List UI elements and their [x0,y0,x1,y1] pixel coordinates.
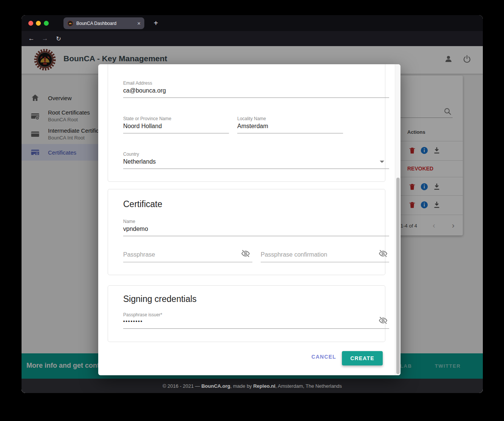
dialog-scrollbar-thumb[interactable] [396,178,400,374]
passphrase-issuer-label: Passphrase issuer* [123,312,162,317]
country-label: Country [123,152,139,157]
passphrase-field[interactable]: Passphrase [123,251,155,258]
create-button[interactable]: CREATE [342,351,383,365]
email-field[interactable]: ca@bounca.org [123,87,166,94]
maximize-window-button[interactable] [44,21,49,26]
passphrase-confirmation-field[interactable]: Passphrase confirmation [261,251,327,258]
distinguished-name-card: Email Address ca@bounca.org State or Pro… [108,64,385,182]
favicon-bounca-icon [67,20,73,26]
browser-window: BounCA Dashboard × + ← → ↻ https://bounc… [22,15,483,393]
signing-heading: Signing credentials [123,294,196,304]
passphrase-issuer-field[interactable]: •••••••• [123,318,143,324]
back-icon[interactable]: ← [26,33,37,44]
copyright-bar: © 2016 - 2021 — BounCA.org, made by Repl… [22,379,483,393]
close-window-button[interactable] [28,21,33,26]
dialog-scrollbar[interactable] [395,64,400,375]
passphrase-issuer-underline [123,328,389,329]
locality-underline [237,133,343,133]
state-underline [123,133,229,133]
minimize-window-button[interactable] [36,21,41,26]
new-tab-button[interactable]: + [150,17,162,29]
reload-icon[interactable]: ↻ [53,33,64,44]
copyright-prefix: © 2016 - 2021 — [162,383,201,389]
country-select[interactable]: Netherlands [123,158,156,165]
browser-toolbar: ← → ↻ https://bounca/dashboard/certifica… [22,31,483,46]
locality-label: Locality Name [237,116,266,121]
tab-title: BounCA Dashboard [76,21,137,26]
email-underline [123,98,389,98]
forward-icon[interactable]: → [40,33,50,44]
country-underline [123,169,389,169]
certificate-heading: Certificate [123,199,162,209]
chevron-down-icon[interactable] [380,161,384,163]
tab-strip: BounCA Dashboard × + [22,15,483,31]
passphrase-underline [123,262,252,262]
locality-field[interactable]: Amsterdam [237,123,268,130]
browser-tab[interactable]: BounCA Dashboard × [63,17,144,29]
name-field[interactable]: vpndemo [123,226,148,232]
email-label: Email Address [123,80,152,86]
passphrase-confirmation-underline [261,262,389,262]
copyright-author[interactable]: Repleo.nl [253,383,275,389]
cancel-button[interactable]: CANCEL [307,354,341,363]
signing-credentials-card: Signing credentials Passphrase issuer* •… [108,285,385,342]
copyright-middle: , made by [230,383,254,389]
name-underline [123,236,389,236]
certificate-card: Certificate Name vpndemo Passphrase Pass… [108,189,385,275]
eye-off-icon[interactable] [241,249,250,258]
tab-close-icon[interactable]: × [137,20,141,26]
copyright-brand[interactable]: BounCA.org [201,383,230,389]
state-label: State or Province Name [123,116,171,121]
copyright-text: © 2016 - 2021 — BounCA.org, made by Repl… [162,383,342,389]
state-field[interactable]: Noord Holland [123,123,162,130]
eye-off-icon[interactable] [379,249,388,258]
copyright-suffix: , Amsterdam, The Netherlands [275,383,342,389]
name-label: Name [123,219,135,224]
create-certificate-dialog: Email Address ca@bounca.org State or Pro… [98,64,400,375]
eye-off-icon[interactable] [379,316,388,325]
